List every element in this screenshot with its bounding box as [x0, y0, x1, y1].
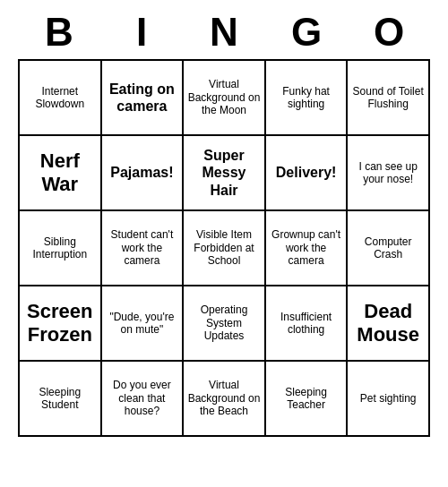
bingo-cell[interactable]: Sleeping Student	[20, 362, 102, 437]
bingo-cell[interactable]: Pajamas!	[102, 136, 185, 211]
cell-text: Internet Slowdown	[23, 85, 97, 111]
cell-text: Operating System Updates	[187, 303, 261, 342]
cell-text: Pajamas!	[110, 164, 173, 181]
header-letter: I	[100, 9, 183, 56]
cell-text: Grownup can't work the camera	[270, 228, 343, 267]
cell-text: Delivery!	[276, 164, 337, 181]
cell-text: Screen Frozen	[23, 300, 97, 347]
bingo-cell[interactable]: Virtual Background on the Moon	[184, 61, 266, 136]
bingo-cell[interactable]: "Dude, you're on mute"	[102, 286, 185, 362]
bingo-cell[interactable]: Do you ever clean that house?	[102, 362, 185, 437]
bingo-cell[interactable]: Dead Mouse	[348, 286, 430, 362]
bingo-cell[interactable]: Sleeping Teacher	[266, 362, 349, 437]
cell-text: Eating on camera	[106, 81, 179, 115]
cell-text: Insufficient clothing	[270, 311, 343, 337]
bingo-cell[interactable]: Student can't work the camera	[102, 211, 185, 286]
cell-text: Virtual Background on the Beach	[187, 379, 261, 417]
cell-text: Student can't work the camera	[106, 228, 179, 267]
cell-text: I can see up your nose!	[351, 160, 425, 186]
bingo-cell[interactable]: Grownup can't work the camera	[266, 211, 349, 286]
cell-text: Sound of Toilet Flushing	[351, 85, 425, 111]
bingo-cell[interactable]: Visible Item Forbidden at School	[184, 211, 266, 286]
bingo-cell[interactable]: Operating System Updates	[184, 286, 266, 362]
bingo-cell[interactable]: Eating on camera	[102, 61, 185, 136]
cell-text: Super Messy Hair	[187, 147, 261, 199]
cell-text: Pet sighting	[360, 392, 417, 405]
cell-text: "Dude, you're on mute"	[106, 311, 179, 337]
header-letter: O	[348, 9, 430, 56]
bingo-header: BINGO	[18, 9, 430, 56]
bingo-cell[interactable]: Virtual Background on the Beach	[184, 362, 266, 437]
cell-text: Funky hat sighting	[270, 85, 343, 111]
bingo-cell[interactable]: Funky hat sighting	[266, 61, 349, 136]
header-letter: N	[183, 9, 265, 56]
bingo-grid: Internet SlowdownEating on cameraVirtual…	[18, 59, 430, 437]
bingo-cell[interactable]: Insufficient clothing	[266, 286, 349, 362]
cell-text: Nerf War	[23, 150, 97, 197]
bingo-cell[interactable]: Super Messy Hair	[184, 136, 266, 211]
cell-text: Visible Item Forbidden at School	[187, 228, 261, 267]
bingo-cell[interactable]: Sibling Interruption	[20, 211, 102, 286]
bingo-cell[interactable]: Nerf War	[20, 136, 102, 211]
bingo-cell[interactable]: I can see up your nose!	[348, 136, 430, 211]
cell-text: Dead Mouse	[351, 300, 425, 347]
header-letter: G	[265, 9, 348, 56]
cell-text: Do you ever clean that house?	[106, 379, 179, 417]
bingo-cell[interactable]: Computer Crash	[348, 211, 430, 286]
cell-text: Sleeping Teacher	[270, 386, 343, 412]
bingo-cell[interactable]: Sound of Toilet Flushing	[348, 61, 430, 136]
header-letter: B	[18, 9, 100, 56]
cell-text: Virtual Background on the Moon	[187, 78, 261, 116]
bingo-cell[interactable]: Pet sighting	[348, 362, 430, 437]
bingo-cell[interactable]: Internet Slowdown	[20, 61, 102, 136]
bingo-cell[interactable]: Screen Frozen	[20, 286, 102, 362]
bingo-cell[interactable]: Delivery!	[266, 136, 349, 211]
cell-text: Sleeping Student	[23, 386, 97, 412]
cell-text: Sibling Interruption	[23, 235, 97, 261]
cell-text: Computer Crash	[351, 235, 425, 261]
